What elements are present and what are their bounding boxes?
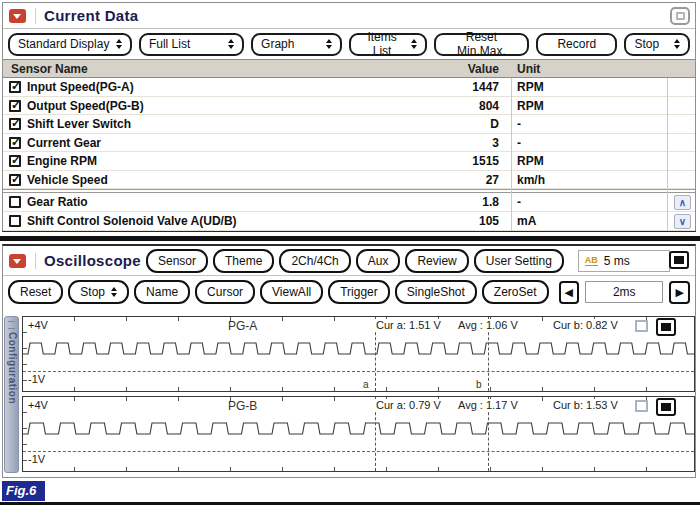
cursor-button[interactable]: Cursor: [195, 280, 255, 304]
table-row[interactable]: ✓ Output Speed(PG-B) 804 RPM: [3, 97, 695, 116]
collapse-arrow-icon[interactable]: [9, 254, 26, 268]
table-row[interactable]: Shift Control Solenoid Valve A(UD/B) 105…: [3, 212, 695, 231]
scroll-down-button[interactable]: ∨: [674, 214, 691, 229]
cursor-b-reading: Cur b: 1.53 V: [551, 399, 620, 411]
column-divider: [511, 59, 512, 231]
view-all-button[interactable]: ViewAll: [260, 280, 323, 304]
sensor-button[interactable]: Sensor: [146, 249, 208, 273]
restore-icon: [676, 12, 685, 20]
dropdown-arrows-icon: [116, 36, 122, 52]
review-button[interactable]: Review: [405, 249, 468, 273]
bottom-border: [0, 502, 700, 505]
sensor-table: Sensor Name Value Unit ✓ Input Speed(PG-…: [3, 59, 695, 231]
table-row[interactable]: ✓ Current Gear 3 -: [3, 134, 695, 153]
stop-square-icon: [661, 323, 671, 331]
stop-dropdown[interactable]: Stop: [68, 280, 129, 304]
table-row[interactable]: ✓ Engine RPM 1515 RPM: [3, 152, 695, 171]
record-button[interactable]: Record: [536, 33, 617, 56]
table-row[interactable]: ✓ Input Speed(PG-A) 1447 RPM: [3, 78, 695, 97]
vmin-label: -1V: [28, 373, 47, 385]
channel-mode-button[interactable]: 2Ch/4Ch: [279, 249, 350, 273]
sensor-checkbox[interactable]: ✓: [9, 174, 21, 186]
dropdown-arrows-icon: [326, 36, 332, 52]
cursor-a-reading: Cur a: 1.51 V: [374, 319, 443, 331]
record-stop-button[interactable]: [669, 251, 689, 269]
sensor-value: 804: [479, 99, 499, 113]
panel-divider: [0, 236, 700, 241]
sensor-unit: mA: [517, 214, 536, 228]
sensor-value: D: [490, 117, 499, 131]
scroll-up-button[interactable]: ∧: [674, 195, 691, 210]
channel-name: PG-A: [228, 319, 257, 333]
channel-checkbox[interactable]: [635, 400, 648, 412]
oscilloscope-title: Oscilloscope: [44, 252, 141, 269]
sensor-checkbox[interactable]: ✓: [9, 118, 21, 130]
sensor-unit: RPM: [517, 80, 544, 94]
sensor-value: 27: [486, 173, 499, 187]
reset-button[interactable]: Reset: [8, 280, 63, 304]
trigger-button[interactable]: Trigger: [328, 280, 390, 304]
sensor-value: 1515: [472, 154, 499, 168]
titlebar-divider: [35, 253, 36, 269]
cursor-a-reading: Cur a: 0.79 V: [374, 399, 443, 411]
items-list-dropdown[interactable]: Items List: [349, 33, 426, 56]
full-list-dropdown[interactable]: Full List: [139, 33, 244, 56]
theme-button[interactable]: Theme: [213, 249, 274, 273]
stop-dropdown[interactable]: Stop: [624, 33, 690, 56]
col-unit: Unit: [517, 62, 540, 76]
check-icon: ✓: [11, 116, 21, 130]
stop-square-icon: [674, 256, 684, 264]
sensor-name: Shift Lever Switch: [27, 117, 131, 131]
sensor-value: 105: [479, 214, 499, 228]
timebase-decrease-button[interactable]: ◀: [559, 281, 580, 304]
aux-button[interactable]: Aux: [356, 249, 401, 273]
single-shot-button[interactable]: SingleShot: [395, 280, 477, 304]
sensor-checkbox[interactable]: ✓: [9, 155, 21, 167]
cursor-time-display: AB 5 ms: [578, 250, 670, 272]
standard-display-dropdown[interactable]: Standard Display: [8, 33, 132, 56]
table-row[interactable]: ✓ Shift Lever Switch D -: [3, 115, 695, 134]
sensor-unit: RPM: [517, 99, 544, 113]
button-label: Record: [557, 37, 596, 51]
user-setting-button[interactable]: User Setting: [474, 249, 564, 273]
reset-min-max-button[interactable]: Reset Min.Max.: [434, 33, 529, 56]
timebase-increase-button[interactable]: ▶: [669, 281, 690, 304]
sensor-name: Shift Control Solenoid Valve A(UD/B): [27, 214, 237, 228]
table-header: Sensor Name Value Unit: [3, 59, 695, 78]
sensor-value: 3: [492, 136, 499, 150]
check-icon: ✓: [11, 79, 21, 93]
graph-dropdown[interactable]: Graph: [251, 33, 342, 56]
sensor-unit: -: [517, 136, 521, 150]
dropdown-arrows-icon: [411, 36, 417, 52]
dropdown-label: Standard Display: [18, 37, 109, 51]
zero-set-button[interactable]: ZeroSet: [482, 280, 549, 304]
table-row[interactable]: Gear Ratio 1.8 - ∧: [3, 193, 695, 212]
col-value: Value: [468, 62, 499, 76]
sensor-checkbox[interactable]: ✓: [9, 100, 21, 112]
scan-tool-screen: Current Data Standard Display Full List …: [0, 0, 700, 506]
configuration-side-tab[interactable]: Configuration: [4, 316, 19, 473]
sensor-checkbox[interactable]: ✓: [9, 81, 21, 93]
current-data-title: Current Data: [44, 7, 138, 24]
sensor-checkbox[interactable]: ✓: [9, 137, 21, 149]
check-icon: ✓: [11, 172, 21, 186]
sensor-checkbox[interactable]: [9, 215, 21, 227]
channel-stop-button[interactable]: [656, 318, 676, 336]
sensor-value: 1.8: [482, 195, 499, 209]
current-data-toolbar: Standard Display Full List Graph Items L…: [3, 29, 695, 59]
collapse-arrow-icon[interactable]: [9, 9, 26, 23]
ab-cursor-icon: AB: [585, 256, 598, 266]
sensor-unit: RPM: [517, 154, 544, 168]
vmin-label: -1V: [28, 453, 47, 465]
avg-reading: Avg : 1.17 V: [456, 399, 520, 411]
avg-reading: Avg : 1.06 V: [456, 319, 520, 331]
window-restore-button[interactable]: [670, 7, 690, 25]
cursor-a-label: a: [363, 379, 369, 390]
table-row[interactable]: ✓ Vehicle Speed 27 km/h: [3, 171, 695, 190]
channel-stop-button[interactable]: [656, 398, 676, 416]
sensor-checkbox[interactable]: [9, 196, 21, 208]
sensor-name: Input Speed(PG-A): [27, 80, 134, 94]
channel-checkbox[interactable]: [635, 320, 648, 332]
name-button[interactable]: Name: [134, 280, 190, 304]
stop-square-icon: [661, 403, 671, 411]
